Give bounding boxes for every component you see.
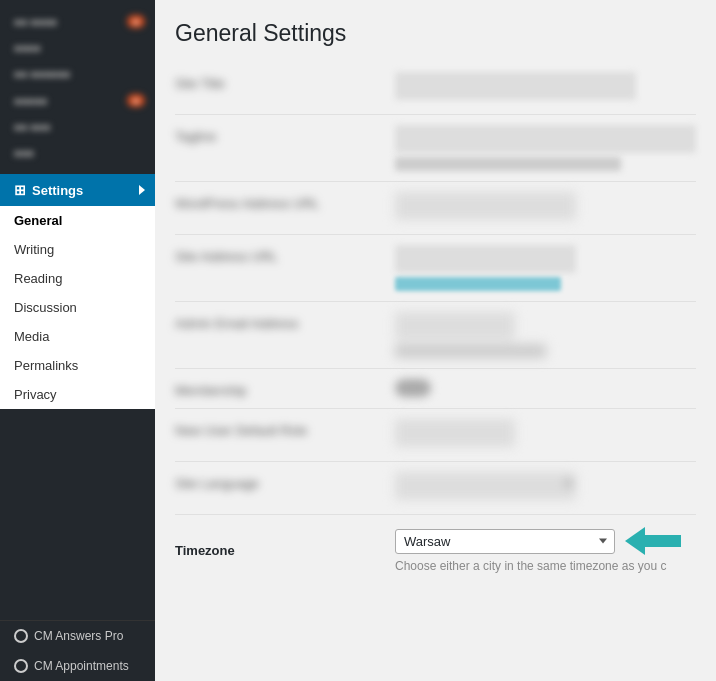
settings-row-5: Admin Email Address: [175, 302, 696, 369]
sidebar-item-settings[interactable]: ⊞ Settings: [0, 174, 155, 206]
arrow-head-icon: [625, 527, 645, 555]
settings-value-5: [395, 312, 696, 358]
main-content: General Settings Site Title Tagline Word…: [155, 0, 716, 681]
settings-submenu: General Writing Reading Discussion Media…: [0, 206, 155, 409]
settings-value-2: [395, 125, 696, 171]
settings-row-1: Site Title: [175, 62, 696, 115]
timezone-label: Timezone: [175, 543, 395, 558]
sidebar-item-general[interactable]: General: [0, 206, 155, 235]
settings-label-2: Tagline: [175, 125, 395, 144]
timezone-row: Timezone Warsaw Choose either a city in …: [175, 515, 696, 585]
settings-row-4: Site Address URL: [175, 235, 696, 302]
settings-label-3: WordPress Address URL: [175, 192, 395, 211]
sidebar-item-blurred-1[interactable]: ■■ ■■■■ ●: [0, 8, 155, 35]
settings-value-7: [395, 419, 696, 451]
settings-value-8: ▼: [395, 472, 696, 504]
settings-arrow-icon: [139, 185, 145, 195]
settings-label-6: Membership: [175, 379, 395, 398]
settings-label-1: Site Title: [175, 72, 395, 91]
settings-value-4: [395, 245, 696, 291]
settings-label-8: Site Language: [175, 472, 395, 491]
settings-row-7: New User Default Role: [175, 409, 696, 462]
gear-icon: [14, 629, 28, 643]
sidebar-item-blurred-6[interactable]: ■■■: [0, 140, 155, 166]
settings-value-6: [395, 379, 696, 397]
settings-row-6: Membership: [175, 369, 696, 409]
settings-value-3: [395, 192, 696, 224]
sidebar-settings-label: Settings: [32, 183, 83, 198]
sidebar-item-permalinks[interactable]: Permalinks: [0, 351, 155, 380]
sidebar-item-cm-appointments[interactable]: CM Appointments: [0, 651, 155, 681]
settings-value-1: [395, 72, 696, 104]
sidebar-item-cm-answers-pro[interactable]: CM Answers Pro: [0, 621, 155, 651]
timezone-hint: Choose either a city in the same timezon…: [395, 559, 696, 573]
sidebar-item-discussion[interactable]: Discussion: [0, 293, 155, 322]
sidebar-item-blurred-3[interactable]: ■■ ■■■■■■: [0, 61, 155, 87]
timezone-value-wrap: Warsaw Choose either a city in the same …: [395, 527, 696, 573]
settings-row-2: Tagline: [175, 115, 696, 182]
gear-icon-2: [14, 659, 28, 673]
sidebar-item-privacy[interactable]: Privacy: [0, 380, 155, 409]
settings-label-5: Admin Email Address: [175, 312, 395, 331]
sidebar-item-media[interactable]: Media: [0, 322, 155, 351]
timezone-select-row: Warsaw: [395, 527, 696, 555]
timezone-arrow-indicator: [625, 527, 681, 555]
sidebar-item-blurred-4[interactable]: ■■■■■ ●: [0, 87, 155, 114]
sidebar-item-blurred-2[interactable]: ■■■■: [0, 35, 155, 61]
settings-label-4: Site Address URL: [175, 245, 395, 264]
settings-row-8: Site Language ▼: [175, 462, 696, 515]
timezone-select-wrapper: Warsaw: [395, 529, 615, 554]
sidebar-item-blurred-5[interactable]: ■■ ■■■: [0, 114, 155, 140]
sidebar-plugins-section: CM Answers Pro CM Appointments: [0, 620, 155, 681]
arrow-body-icon: [645, 535, 681, 547]
sidebar: ■■ ■■■■ ● ■■■■ ■■ ■■■■■■ ■■■■■ ● ■■ ■■■ …: [0, 0, 155, 681]
sidebar-item-writing[interactable]: Writing: [0, 235, 155, 264]
settings-grid-icon: ⊞: [14, 182, 26, 198]
sidebar-item-reading[interactable]: Reading: [0, 264, 155, 293]
settings-row-3: WordPress Address URL: [175, 182, 696, 235]
sidebar-top-section: ■■ ■■■■ ● ■■■■ ■■ ■■■■■■ ■■■■■ ● ■■ ■■■ …: [0, 0, 155, 174]
page-title: General Settings: [175, 20, 696, 47]
settings-label-7: New User Default Role: [175, 419, 395, 438]
settings-table: Site Title Tagline WordPress Address URL…: [175, 62, 696, 585]
timezone-select[interactable]: Warsaw: [395, 529, 615, 554]
